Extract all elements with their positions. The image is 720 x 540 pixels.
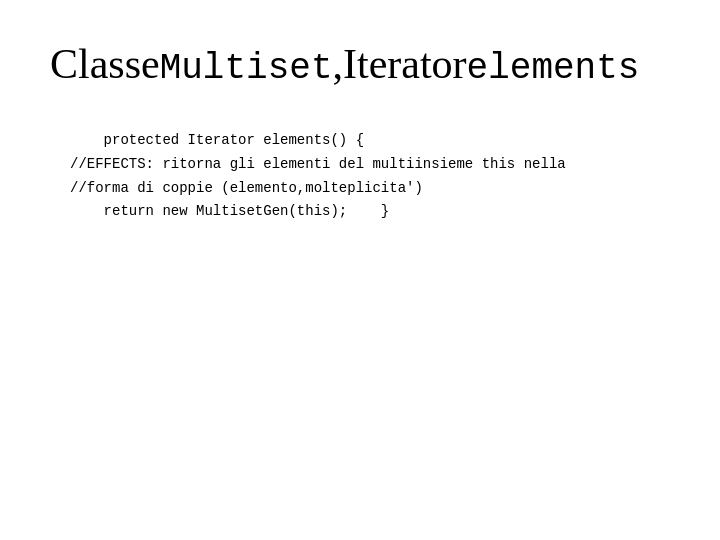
title-iterator: Iterator: [343, 40, 467, 88]
code-line-3: //forma di coppie (elemento,molteplicita…: [70, 177, 670, 201]
code-block: protected Iterator elements() { //EFFECT…: [50, 129, 670, 224]
title-class-name: Multiset: [160, 48, 333, 89]
code-line-1: protected Iterator elements() {: [70, 129, 670, 153]
code-line-2: //EFFECTS: ritorna gli elementi del mult…: [70, 153, 670, 177]
title-separator: ,: [332, 40, 343, 88]
title-heading: Classe Multiset , Iterator elements: [50, 40, 670, 89]
page: Classe Multiset , Iterator elements prot…: [0, 0, 720, 540]
title-prefix: Classe: [50, 40, 160, 88]
code-line-4: return new MultisetGen(this); }: [70, 200, 670, 224]
title-elements: elements: [467, 48, 640, 89]
